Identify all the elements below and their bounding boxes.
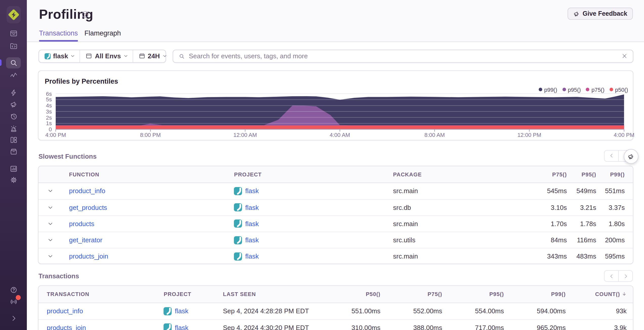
sidebar-item-dashboards[interactable] [7,134,20,146]
table-row: product_infoflaskSep 4, 2024 4:28:28 PM … [39,303,633,319]
sidebar-item-performance[interactable] [7,86,20,99]
legend-item-p50[interactable]: p50() [610,86,628,93]
legend-label: p99() [544,86,557,93]
x-axis-label: 12:00 PM [517,132,541,138]
p95-cell: 483ms [567,253,596,260]
function-cell: product_info [62,187,234,195]
calendar-icon [138,53,145,60]
project-cell: flask [234,236,393,244]
sidebar-item-traces[interactable] [7,69,20,81]
column-header-function[interactable]: FUNCTION [62,171,234,177]
expand-row-button[interactable] [39,237,62,243]
sidebar-item-explore[interactable] [6,57,21,68]
column-header-project[interactable]: PROJECT [164,291,223,297]
legend-item-p75[interactable]: p75() [586,86,604,93]
column-header-last-seen[interactable]: LAST SEEN [223,291,319,297]
sidebar-item-releases[interactable] [7,110,20,122]
sidebar-item-alerts[interactable] [7,122,20,135]
previous-page-button[interactable] [605,151,618,161]
function-cell: products [62,220,234,228]
table-row: get_iteratorflasksrc.utils84ms116ms200ms [39,232,633,248]
column-header-transaction[interactable]: TRANSACTION [39,291,164,297]
sidebar-item-issues[interactable] [7,27,20,40]
project-cell: flask [164,307,223,315]
column-header-p75[interactable]: P75() [380,291,442,297]
transactions-table: TRANSACTIONPROJECTLAST SEENP50()P75()P95… [38,285,633,330]
project-link[interactable]: flask [234,252,259,261]
expand-row-button[interactable] [39,221,62,227]
p95-cell: 549ms [567,187,596,195]
project-link[interactable]: flask [164,307,188,315]
column-header-p99[interactable]: P99() [596,171,633,177]
p99-cell: 1.80s [596,220,633,228]
column-header-p50[interactable]: P50() [319,291,380,297]
legend-dot [539,88,542,91]
close-icon[interactable] [621,53,627,59]
p95-cell: 554.00ms [442,307,504,315]
transaction-link[interactable]: products_join [47,324,86,330]
p95-cell: 116ms [567,236,596,244]
sidebar-item-help[interactable] [7,284,20,296]
flask-project-icon [164,307,172,315]
environment-filter[interactable]: All Envs [80,50,133,62]
transaction-cell: product_info [39,307,164,315]
x-axis-label: 12:00 AM [233,132,257,138]
project-link[interactable]: flask [234,204,259,212]
sidebar-item-collapse[interactable] [7,312,20,324]
legend-item-p99[interactable]: p99() [539,86,557,93]
search-input[interactable]: Search for events, users, tags, and more [173,50,633,63]
flask-project-icon [234,187,242,195]
sidebar-item-feedback[interactable] [7,98,20,111]
next-page-button[interactable] [618,271,633,282]
sidebar-item-archive[interactable] [7,145,20,157]
function-link[interactable]: get_products [69,204,107,211]
project-link[interactable]: flask [234,187,259,195]
help-icon[interactable]: ? [82,11,89,18]
function-link[interactable]: product_info [69,187,105,195]
function-link[interactable]: get_iterator [69,236,103,244]
column-header-project[interactable]: PROJECT [234,171,393,177]
function-link[interactable]: products_join [69,253,108,260]
tab-transactions[interactable]: Transactions [39,29,78,42]
project-filter[interactable]: flask [39,50,80,62]
expand-row-button[interactable] [39,205,62,210]
expand-row-button[interactable] [39,254,62,259]
project-link[interactable]: flask [234,236,259,244]
x-axis-label: 8:00 PM [140,132,161,138]
function-link[interactable]: products [69,220,94,228]
project-link[interactable]: flask [164,324,188,330]
give-feedback-button[interactable]: Give Feedback [568,8,633,20]
chevron-down-icon [162,54,167,59]
previous-page-button[interactable] [605,271,618,282]
column-header-p75[interactable]: P75() [529,171,567,177]
flask-project-icon [234,252,242,261]
p75-cell: 343ms [529,253,567,260]
flask-project-icon [45,53,51,59]
sentry-logo[interactable] [7,6,21,23]
package-cell: src.db [393,204,529,211]
column-header-package[interactable]: PACKAGE [393,171,529,177]
transactions-pagination [604,270,633,282]
sidebar-item-settings[interactable] [7,174,20,186]
transaction-link[interactable]: product_info [47,307,83,315]
y-axis-label: 4s [46,102,52,108]
expand-row-button[interactable] [39,188,62,194]
column-header-p99[interactable]: P99() [504,291,566,297]
legend-item-p95[interactable]: p95() [562,86,581,93]
chart-title: Profiles by Percentiles [45,77,118,85]
column-header-count[interactable]: COUNT() [566,291,633,297]
flask-project-icon [164,324,172,330]
function-cell: get_iterator [62,236,234,244]
p95-cell: 717.00ms [442,324,504,330]
date-range-filter[interactable]: 24H [132,50,171,62]
column-header-p95[interactable]: P95() [567,171,596,177]
tab-flamegraph[interactable]: Flamegraph [85,29,121,42]
column-header-p95[interactable]: P95() [442,291,504,297]
package-cell: src.main [393,187,529,195]
x-axis-label: 4:00 AM [330,132,350,138]
sidebar-item-projects[interactable] [7,40,20,52]
project-link[interactable]: flask [234,220,259,228]
package-cell: src.utils [393,236,529,244]
legend-dot [562,88,566,91]
sidebar-item-stats[interactable] [7,162,20,175]
